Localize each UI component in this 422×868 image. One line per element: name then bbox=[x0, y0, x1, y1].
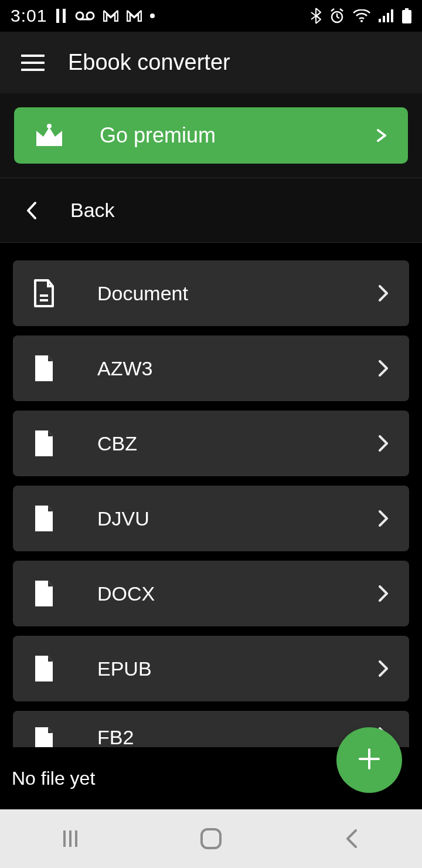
svg-rect-33 bbox=[202, 829, 220, 848]
svg-point-11 bbox=[360, 20, 363, 22]
wifi-icon bbox=[353, 9, 370, 22]
file-icon bbox=[33, 504, 55, 533]
svg-point-18 bbox=[47, 124, 52, 128]
file-icon bbox=[33, 429, 55, 457]
format-label: Document bbox=[90, 282, 342, 305]
file-icon bbox=[33, 655, 55, 683]
svg-line-9 bbox=[331, 9, 334, 11]
format-item-cbz[interactable]: CBZ bbox=[13, 411, 409, 476]
pause-icon bbox=[55, 9, 67, 23]
svg-rect-1 bbox=[63, 9, 66, 23]
document-icon bbox=[33, 279, 55, 307]
svg-rect-12 bbox=[379, 19, 381, 22]
format-label: FB2 bbox=[90, 726, 342, 749]
svg-marker-22 bbox=[48, 355, 53, 361]
back-label: Back bbox=[70, 199, 115, 222]
menu-icon[interactable] bbox=[21, 55, 45, 71]
format-item-azw3[interactable]: AZW3 bbox=[13, 335, 409, 401]
svg-line-10 bbox=[340, 9, 343, 11]
crown-icon bbox=[34, 124, 64, 147]
chevron-right-icon bbox=[377, 584, 389, 603]
add-button[interactable] bbox=[336, 727, 402, 793]
format-label: DJVU bbox=[90, 507, 342, 530]
svg-rect-16 bbox=[405, 8, 409, 10]
chevron-right-icon bbox=[377, 284, 389, 303]
chevron-right-icon bbox=[377, 359, 389, 378]
svg-point-5 bbox=[150, 13, 155, 18]
gmail-icon bbox=[103, 10, 118, 22]
status-time: 3:01 bbox=[11, 6, 47, 26]
format-label: EPUB bbox=[90, 657, 342, 680]
alarm-icon bbox=[329, 8, 345, 23]
svg-line-8 bbox=[337, 17, 339, 18]
svg-rect-14 bbox=[387, 13, 389, 22]
premium-section: Go premium bbox=[0, 93, 422, 178]
back-button[interactable]: Back bbox=[0, 178, 422, 243]
format-label: CBZ bbox=[90, 432, 342, 455]
file-icon bbox=[33, 579, 55, 608]
back-nav-button[interactable] bbox=[336, 823, 367, 854]
svg-rect-13 bbox=[383, 16, 385, 22]
svg-rect-19 bbox=[36, 144, 62, 146]
recents-button[interactable] bbox=[55, 823, 86, 854]
no-file-label: No file yet bbox=[12, 768, 95, 789]
format-item-document[interactable]: Document bbox=[13, 260, 409, 326]
svg-point-3 bbox=[87, 12, 94, 19]
home-button[interactable] bbox=[196, 823, 226, 854]
chevron-right-icon bbox=[377, 659, 389, 678]
svg-point-2 bbox=[76, 12, 83, 19]
svg-rect-17 bbox=[402, 10, 411, 23]
svg-marker-27 bbox=[48, 727, 53, 733]
svg-marker-26 bbox=[48, 656, 53, 662]
voicemail-icon bbox=[75, 11, 95, 21]
dot-icon bbox=[150, 13, 155, 18]
svg-marker-23 bbox=[48, 430, 53, 436]
file-icon bbox=[33, 354, 55, 382]
format-label: DOCX bbox=[90, 582, 342, 605]
svg-marker-25 bbox=[48, 581, 53, 586]
chevron-right-icon bbox=[375, 129, 388, 142]
plus-icon bbox=[358, 747, 381, 773]
signal-icon bbox=[379, 9, 394, 22]
chevron-left-icon bbox=[26, 201, 38, 220]
format-list: Document AZW3 CBZ DJVU DOCX EPUB bbox=[0, 243, 422, 753]
svg-marker-24 bbox=[48, 506, 53, 511]
app-header: Ebook converter bbox=[0, 32, 422, 93]
format-item-djvu[interactable]: DJVU bbox=[13, 486, 409, 551]
bluetooth-icon bbox=[311, 8, 321, 24]
svg-rect-15 bbox=[391, 9, 393, 22]
go-premium-button[interactable]: Go premium bbox=[14, 107, 408, 164]
format-label: AZW3 bbox=[90, 357, 342, 380]
battery-icon bbox=[402, 8, 411, 23]
chevron-right-icon bbox=[377, 509, 389, 528]
status-bar: 3:01 bbox=[0, 0, 422, 32]
gmail-icon bbox=[127, 10, 142, 22]
format-item-epub[interactable]: EPUB bbox=[13, 636, 409, 701]
format-item-docx[interactable]: DOCX bbox=[13, 561, 409, 626]
chevron-right-icon bbox=[377, 434, 389, 453]
premium-label: Go premium bbox=[88, 123, 352, 148]
svg-rect-0 bbox=[56, 9, 59, 23]
system-nav-bar bbox=[0, 809, 422, 868]
page-title: Ebook converter bbox=[68, 50, 230, 75]
